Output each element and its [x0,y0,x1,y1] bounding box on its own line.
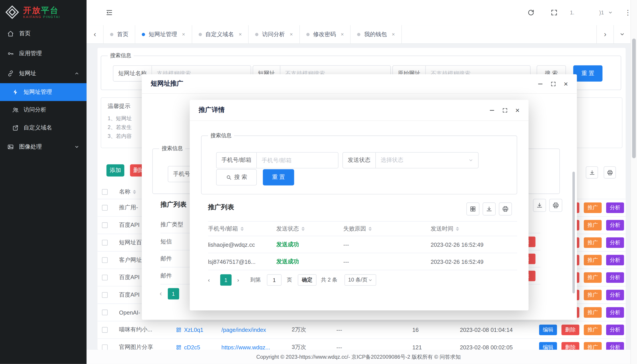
status-select[interactable]: 选择状态 [376,152,478,168]
row-checkbox[interactable] [102,310,108,316]
close-icon[interactable]: × [182,31,185,37]
close-button[interactable]: × [564,81,568,87]
page-input[interactable] [267,274,282,286]
column-header[interactable]: 失败原因 [343,222,431,236]
delete-button[interactable]: 删除 [562,342,579,350]
sidebar-item-home[interactable]: 首页 [0,24,87,44]
collapse-sidebar-button[interactable] [106,9,113,16]
select-all-checkbox[interactable] [102,189,108,195]
export-button[interactable] [533,199,546,212]
edit-button[interactable]: 编辑 [539,342,557,350]
row-code-link[interactable]: XzL0q1 [176,322,203,338]
promote-button[interactable]: 推广 [584,238,602,248]
tab-scroll-right[interactable]: › [596,25,613,43]
analyze-button[interactable]: 分析 [606,324,624,335]
sidebar-item-visit-analysis[interactable]: 访问分析 [0,101,87,119]
close-icon[interactable]: × [239,31,242,37]
tab-shorturl-manage[interactable]: 短网址管理 × [135,25,192,43]
reset-button[interactable]: 重 置 [263,169,294,185]
row-checkbox[interactable] [102,205,108,210]
close-icon[interactable]: × [392,31,395,37]
refresh-button[interactable] [527,9,535,16]
edit-button[interactable]: 编辑 [539,324,557,335]
add-button[interactable]: 添加 [107,164,124,176]
row-checkbox[interactable] [102,222,108,228]
prev-page-button[interactable]: ‹ [208,274,210,286]
promote-button[interactable]: 推广 [584,220,602,230]
confirm-button[interactable]: 确定 [298,274,317,286]
row-checkbox[interactable] [102,275,108,280]
close-button[interactable]: × [515,107,520,113]
analyze-button[interactable]: 分析 [606,255,624,265]
analyze-button[interactable]: 分析 [606,272,624,283]
row-checkbox[interactable] [102,257,108,263]
sidebar-item-apps[interactable]: 应用管理 [0,44,87,64]
modal-scrollbar-thumb[interactable] [572,172,575,293]
sidebar-item-image-processing[interactable]: 图像处理 [0,137,87,157]
tab-wallet[interactable]: 我的钱包 × [351,25,402,43]
print-button[interactable] [604,166,616,178]
tab-change-password[interactable]: 修改密码 × [300,25,351,43]
row-checkbox[interactable] [102,344,108,350]
modal-header[interactable]: 短网址推广 × [142,74,577,94]
phone-input[interactable] [257,152,338,168]
scrollbar-thumb[interactable] [632,38,636,158]
more-menu-button[interactable]: ⋮ [624,8,631,17]
user-menu-caret[interactable] [608,10,612,15]
tab-scroll-left[interactable]: ‹ [87,25,104,43]
row-code-link[interactable]: cD2c5 [176,339,200,350]
delete-button[interactable]: 删除 [562,324,579,335]
column-header[interactable]: 发送时间 [431,222,517,236]
analyze-button[interactable]: 分析 [606,220,624,230]
tab-list-dropdown[interactable] [613,25,630,43]
sidebar-item-shorturl-manage[interactable]: 短网址管理 [0,83,87,101]
page-size-select[interactable]: 10 条/页 [344,274,376,286]
analyze-button[interactable]: 分析 [606,238,624,248]
sidebar-item-shorturl[interactable]: 短网址 [0,64,87,83]
sort-icon[interactable] [240,225,244,232]
search-button[interactable]: 搜 索 [216,169,257,185]
column-header[interactable]: 手机号/邮箱 [208,222,276,236]
close-icon[interactable]: × [341,31,344,37]
next-page-button[interactable]: › [237,274,239,286]
column-header[interactable]: 发送状态 [276,222,343,236]
row-checkbox[interactable] [102,292,108,298]
page-1-button[interactable]: 1 [168,288,179,300]
modal-header[interactable]: 推广详情 × [190,100,529,121]
reset-button[interactable]: 重 置 [573,66,603,82]
sort-icon[interactable] [368,225,372,232]
sort-icon[interactable] [133,188,136,195]
promote-button[interactable]: 推广 [584,307,602,318]
export-button[interactable] [483,202,496,216]
analyze-button[interactable]: 分析 [606,342,624,350]
row-path-link[interactable]: https://www.wdqz... [222,339,270,350]
page-scrollbar[interactable] [630,0,637,364]
minimize-button[interactable] [489,107,495,113]
sort-icon[interactable] [456,225,459,232]
analyze-button[interactable]: 分析 [606,290,624,300]
fullscreen-button[interactable] [550,9,558,16]
close-icon[interactable]: × [290,31,293,37]
tab-visit-analysis[interactable]: 访问分析 × [249,25,300,43]
promote-button[interactable]: 推广 [584,255,602,265]
tab-custom-domain[interactable]: 自定义域名 × [192,25,249,43]
prev-page-button[interactable]: ‹ [160,290,162,298]
analyze-button[interactable]: 分析 [606,307,624,318]
row-path-link[interactable]: /page/index/index [222,322,266,338]
export-button[interactable] [586,166,598,178]
sidebar-item-custom-domain[interactable]: 自定义域名 [0,119,87,137]
columns-button[interactable] [466,202,479,216]
analyze-button[interactable]: 分析 [606,202,624,213]
maximize-button[interactable] [551,81,556,87]
print-button[interactable] [549,199,562,212]
print-button[interactable] [499,202,512,216]
tab-home[interactable]: 首页 [104,25,135,43]
sort-icon[interactable] [301,225,305,232]
promote-button[interactable]: 推广 [584,290,602,300]
promote-button[interactable]: 推广 [584,272,602,283]
page-1-button[interactable]: 1 [220,274,232,286]
minimize-button[interactable] [538,81,544,87]
promote-button[interactable]: 推广 [584,324,602,335]
row-checkbox[interactable] [102,327,108,333]
promote-button[interactable]: 推广 [584,202,602,213]
